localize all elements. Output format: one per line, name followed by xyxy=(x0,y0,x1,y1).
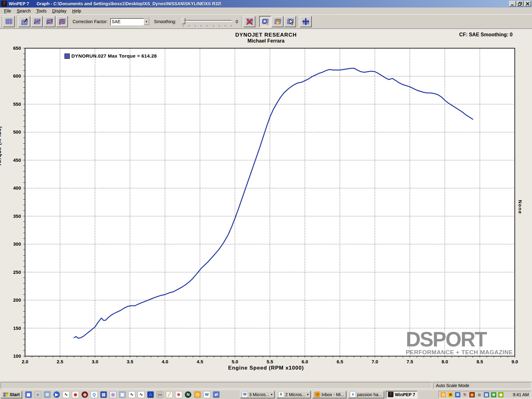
tray-device-warning-icon[interactable]: ▣ xyxy=(469,392,475,397)
status-bar: Auto Scale Mode xyxy=(0,381,532,390)
quick-pencil-icon[interactable]: ╱ xyxy=(166,391,172,398)
plot-area[interactable]: 2.02.53.03.54.04.55.05.56.06.57.07.58.08… xyxy=(25,48,515,356)
quick-tv-out-icon[interactable]: ▤ xyxy=(100,391,107,398)
torque-chart: 2.02.53.03.54.04.55.05.56.06.57.07.58.08… xyxy=(25,48,515,356)
graph-multi-runs-button[interactable] xyxy=(56,16,68,27)
quick-media-player-icon[interactable]: ▶ xyxy=(54,391,60,398)
svg-text:2.5: 2.5 xyxy=(57,359,63,364)
restore-button[interactable] xyxy=(517,1,524,7)
quick-word-icon[interactable]: W xyxy=(204,391,210,398)
quick-folder-icon[interactable]: ⊞ xyxy=(44,391,50,398)
quick-dvd-player-icon[interactable]: ◉ xyxy=(82,391,88,398)
task-excel-dropdown[interactable]: ▾ xyxy=(307,393,309,396)
tray-lan-disabled-icon[interactable]: ⊗ xyxy=(491,392,496,397)
system-tray: ◷⊗⊞↻▣◉▤⊗◉9:41 AM xyxy=(438,391,531,398)
svg-text:3.0: 3.0 xyxy=(92,359,98,364)
menu-item-search[interactable]: Search xyxy=(14,8,33,14)
menu-item-help[interactable]: Help xyxy=(69,8,84,14)
task-word-button[interactable]: W3 Micros...▾ xyxy=(240,391,275,398)
quick-scanner-icon[interactable]: ▭ xyxy=(157,391,163,398)
quick-quicktime-icon[interactable]: Q xyxy=(91,391,97,398)
correction-factor-select[interactable]: SAE ▼ xyxy=(110,18,150,25)
slider-thumb[interactable] xyxy=(182,18,185,24)
toolbar-separator xyxy=(241,16,242,27)
correction-smoothing-note: CF: SAE Smoothing: 0 xyxy=(459,32,513,38)
task-word-dropdown[interactable]: ▾ xyxy=(271,393,272,396)
data-grid-icon xyxy=(5,18,13,26)
tray-display-icon[interactable]: ▤ xyxy=(484,392,489,397)
task-excel-button[interactable]: X2 Micros...▾ xyxy=(276,391,311,398)
quick-web-red-icon[interactable]: ⊛ xyxy=(176,391,182,398)
graph-export-button[interactable] xyxy=(18,16,30,27)
grid-two-curves-icon xyxy=(45,18,54,26)
menu-item-file[interactable]: File xyxy=(1,8,14,14)
smoothing-slider[interactable] xyxy=(181,16,234,27)
quick-dyno-graph-icon[interactable]: ∿ xyxy=(63,391,69,398)
quick-app-grid-icon[interactable]: ▦ xyxy=(25,391,32,398)
tray-volume-icon[interactable]: ◉ xyxy=(477,392,482,397)
svg-text:6.5: 6.5 xyxy=(337,359,343,364)
tray-network-icon[interactable]: ⊞ xyxy=(455,392,460,397)
task-winpep7-label: WinPEP 7 xyxy=(395,392,415,397)
quick-netscape-icon[interactable]: N xyxy=(185,391,191,398)
svg-text:7.0: 7.0 xyxy=(371,359,378,364)
slider-track xyxy=(182,20,232,22)
svg-text:200: 200 xyxy=(13,297,21,303)
y-axis-title: Torque (ft-lbs) xyxy=(0,126,3,166)
task-word-label: 3 Micros... xyxy=(249,392,269,397)
quick-outlook-icon[interactable]: ◷ xyxy=(194,391,201,398)
svg-text:450: 450 xyxy=(13,157,21,163)
start-button[interactable]: Start xyxy=(1,391,22,398)
quick-sync-icon[interactable]: ⇄ xyxy=(213,391,219,398)
tray-nvidia-icon[interactable]: ◉ xyxy=(498,392,504,397)
combo-dropdown-button[interactable]: ▼ xyxy=(144,18,149,25)
quick-starfield-icon[interactable]: ∴ xyxy=(147,391,154,398)
menu-item-display[interactable]: Display xyxy=(49,8,69,14)
quick-dyno-graph2-icon[interactable]: ∿ xyxy=(129,391,135,398)
task-outlook-inbox-button[interactable]: ◷Inbox - Mi... xyxy=(312,391,346,398)
graph-zoom-button[interactable] xyxy=(259,16,271,27)
quick-launch-bar: ▦e⊞▶∿◉◉Q▤◍▦∿∿∴▭╱⊛N◷W⇄ xyxy=(25,391,219,398)
app-name: WinPEP 7 xyxy=(9,1,29,6)
graph-pan-button[interactable] xyxy=(272,16,284,27)
task-winpep7-button[interactable]: 7WinPEP 7 xyxy=(386,391,417,398)
table-view-button[interactable] xyxy=(3,16,15,27)
quick-cd-burn-icon[interactable]: ◍ xyxy=(110,391,116,398)
slider-ticks xyxy=(183,25,231,27)
task-ie-passion-button[interactable]: epassion ha... xyxy=(348,391,384,398)
quick-dyno-graph3-icon[interactable]: ∿ xyxy=(138,391,144,398)
svg-text:3.5: 3.5 xyxy=(127,359,133,364)
tray-sync-icon[interactable]: ↻ xyxy=(462,392,468,397)
desktop: 7 WinPEP 7 Graph - C:\Documents and Sett… xyxy=(0,0,532,399)
graph-move-axes-button[interactable] xyxy=(300,16,312,27)
toolbar-grip xyxy=(1,16,2,27)
graph-overlay-runs-button[interactable] xyxy=(43,16,55,27)
task-ie-passion-icon: e xyxy=(350,392,356,397)
title-bar: 7 WinPEP 7 Graph - C:\Documents and Sett… xyxy=(0,0,532,8)
grid-three-curves-icon xyxy=(58,18,66,26)
svg-text:8.0: 8.0 xyxy=(442,359,448,364)
svg-text:100: 100 xyxy=(13,353,21,359)
menu-item-tools[interactable]: Tools xyxy=(33,8,49,14)
grid-hand-icon xyxy=(274,18,282,26)
quick-gauge-icon[interactable]: ◉ xyxy=(72,391,79,398)
chart-panel: DYNOJET RESEARCH Michael Ferrara CF: SAE… xyxy=(0,29,532,381)
tray-outlook-clock-icon[interactable]: ◷ xyxy=(441,392,446,397)
svg-text:5.0: 5.0 xyxy=(232,359,238,364)
quick-calculator-icon[interactable]: ▦ xyxy=(119,391,125,398)
minimize-button[interactable] xyxy=(509,1,516,7)
task-ie-passion-label: passion ha... xyxy=(357,392,382,397)
toolbar: Correction Factor: SAE ▼ Smoothing: 0 xyxy=(0,14,532,29)
chevron-down-icon: ▼ xyxy=(145,20,148,23)
correction-factor-value: SAE xyxy=(110,18,144,25)
svg-text:300: 300 xyxy=(13,241,21,247)
right-axis-label: None xyxy=(518,200,523,214)
svg-text:8.5: 8.5 xyxy=(477,359,483,364)
graph-delete-button[interactable] xyxy=(243,16,255,27)
graph-single-run-button[interactable] xyxy=(31,16,43,27)
close-button[interactable] xyxy=(524,1,531,7)
quick-internet-explorer-icon[interactable]: e xyxy=(35,391,41,398)
graph-select-button[interactable] xyxy=(284,16,296,27)
tray-alert-icon[interactable]: ⊗ xyxy=(448,392,453,397)
restore-icon xyxy=(518,2,522,6)
